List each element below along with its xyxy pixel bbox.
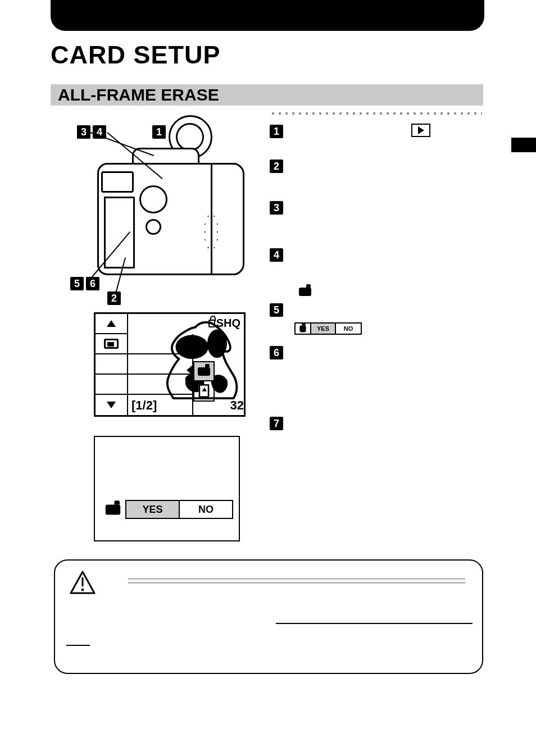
step-number: 7 — [270, 417, 283, 430]
note-heading-rule — [128, 578, 465, 584]
step-number: 2 — [270, 160, 283, 173]
mode-dial-inner-icon — [176, 123, 204, 151]
confirm-bar-icon — [296, 324, 311, 334]
lcd-left-cell — [96, 314, 127, 334]
lcd-menu-camera-icon-cell — [193, 361, 215, 381]
lcd-frame-count: 32 — [230, 398, 244, 413]
step-number: 6 — [270, 346, 283, 359]
lcd-left-cell — [96, 334, 127, 354]
callout-1: 1 — [152, 125, 166, 139]
confirm-bar-yes: YES — [311, 324, 336, 334]
page-title: CARD SETUP — [51, 40, 221, 70]
step-item: 4 — [270, 247, 483, 262]
callout-6: 6 — [86, 277, 99, 290]
step-number: 4 — [270, 248, 283, 262]
confirm-yes-option: YES — [126, 501, 180, 518]
dotted-divider — [270, 111, 482, 116]
callout-5: 5 — [70, 277, 84, 290]
confirm-erase-icon-cell — [101, 500, 125, 519]
camera-ok-button-icon — [146, 219, 161, 235]
lcd-mid-cell — [128, 354, 192, 375]
lock-icon — [208, 320, 215, 327]
lcd-confirm-illustration: YES NO — [94, 436, 240, 541]
chapter-tab — [51, 0, 484, 31]
lcd-quality-text: SHQ — [216, 317, 240, 330]
selection-indicator-icon — [187, 365, 193, 376]
erase-icon — [299, 325, 306, 332]
warning-icon — [70, 571, 96, 594]
note-underline — [276, 623, 473, 624]
step-item: 7 — [270, 416, 483, 430]
step-number: 5 — [270, 303, 283, 317]
callout-3: 3 — [77, 125, 90, 139]
lcd-menu-illustration: SHQ [1/2] 32 — [94, 312, 246, 417]
confirm-bar-reference: YES NO — [294, 322, 483, 335]
step-item: 6 — [270, 345, 483, 359]
erase-icon-reference — [299, 286, 483, 297]
svg-point-1 — [207, 330, 227, 358]
note-box — [54, 559, 483, 674]
lcd-page-indicator: [1/2] — [131, 398, 157, 413]
step-item: 5 — [270, 302, 483, 317]
lcd-left-cell — [96, 375, 127, 395]
lcd-quality-indicator: SHQ — [208, 317, 240, 330]
step-item: 2 — [270, 158, 483, 173]
step-number: 1 — [270, 125, 283, 138]
callout-2: 2 — [107, 292, 121, 305]
step-item: 1 — [270, 124, 483, 138]
step-item: 3 — [270, 200, 483, 215]
callout-4: 4 — [93, 125, 106, 139]
step-number: 3 — [270, 201, 283, 215]
lcd-mid-cell — [128, 375, 192, 395]
erase-icon — [198, 367, 210, 376]
lcd-mid-cell — [128, 334, 192, 354]
camera-dpad-icon — [139, 185, 167, 213]
lcd-left-cell — [96, 354, 127, 375]
erase-icon — [106, 504, 120, 514]
playback-icon — [104, 339, 119, 349]
section-title: ALL-FRAME ERASE — [58, 84, 219, 106]
confirm-bar-no: NO — [336, 324, 361, 334]
steps-list: 1 2 3 4 5 YES NO — [270, 124, 483, 450]
erase-icon — [299, 288, 311, 296]
camera-viewfinder-icon — [101, 171, 134, 193]
side-index-tab — [511, 138, 536, 152]
card-setup-icon — [199, 384, 210, 398]
confirm-no-option: NO — [180, 501, 232, 518]
lcd-left-cell — [96, 395, 127, 415]
svg-point-3 — [81, 589, 84, 591]
camera-illustration: ············· 3 4 1 5 6 2 — [53, 110, 242, 300]
camera-grip-dots-icon: ············· — [201, 212, 225, 257]
note-underline — [66, 645, 90, 646]
playback-mode-icon — [411, 124, 430, 137]
